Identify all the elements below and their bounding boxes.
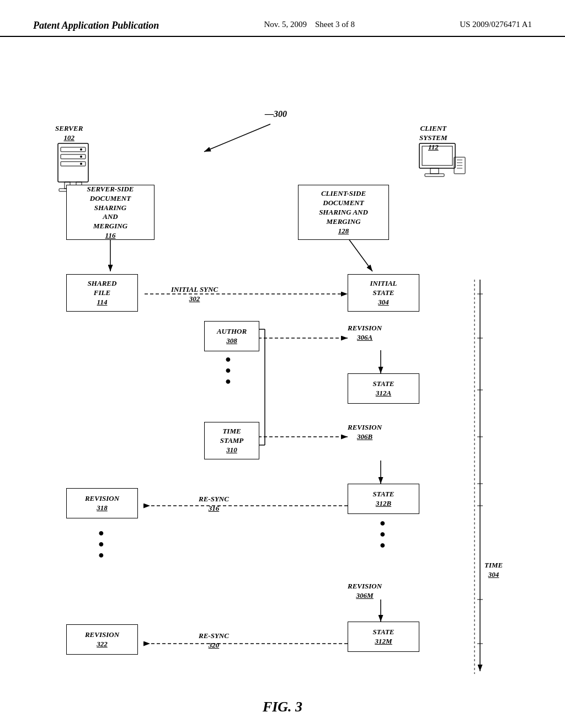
state-312m-box: STATE 312M bbox=[348, 622, 419, 652]
state-312a-box: STATE 312A bbox=[348, 373, 419, 404]
svg-line-3 bbox=[204, 124, 270, 152]
left-dots-1: ●●● bbox=[98, 528, 104, 560]
time-stamp-box: TIMESTAMP 310 bbox=[204, 422, 259, 459]
label-300: —300 bbox=[265, 109, 287, 120]
initial-state-box: INITIALSTATE 304 bbox=[348, 274, 419, 312]
client-icon bbox=[417, 141, 466, 187]
fig-caption: FIG. 3 bbox=[0, 699, 565, 715]
state-312b-box: STATE 312B bbox=[348, 484, 419, 514]
revision-306m-label: REVISION 306M bbox=[348, 582, 382, 600]
svg-rect-41 bbox=[425, 174, 444, 176]
author-dots: ●●● bbox=[225, 354, 231, 387]
server-side-box: SERVER-SIDEDOCUMENTSHARINGANDMERGING 116 bbox=[66, 185, 154, 240]
header-left: Patent Application Publication bbox=[33, 20, 159, 31]
svg-rect-39 bbox=[422, 146, 452, 165]
pub-date: Nov. 5, 2009 bbox=[264, 20, 307, 29]
client-side-box: CLIENT-SIDEDOCUMENTSHARING ANDMERGING 12… bbox=[298, 185, 389, 240]
sheet-info: Sheet 3 of 8 bbox=[315, 20, 355, 29]
svg-point-33 bbox=[80, 156, 82, 158]
revision-306a-label: REVISION 306A bbox=[348, 324, 382, 342]
publication-title: Patent Application Publication bbox=[33, 20, 159, 31]
revision-306b-label: REVISION 306B bbox=[348, 423, 382, 441]
header-right: US 2009/0276471 A1 bbox=[460, 20, 532, 29]
author-box: AUTHOR 308 bbox=[204, 321, 259, 351]
diagram-area: —300 SERVER 102 CLIENT SYSTEM 112 bbox=[0, 42, 565, 693]
time-label-block: TIME 304 bbox=[484, 561, 503, 579]
diagram-svg bbox=[0, 42, 565, 693]
revision-322-box: REVISION 322 bbox=[66, 624, 138, 655]
initial-sync-label: INITIAL SYNC 302 bbox=[171, 285, 218, 303]
re-sync-316-label: RE-SYNC 316 bbox=[199, 495, 229, 513]
svg-rect-38 bbox=[419, 143, 455, 168]
svg-rect-28 bbox=[58, 143, 88, 182]
page-header: Patent Application Publication Nov. 5, 2… bbox=[0, 0, 565, 37]
server-label-block: SERVER 102 bbox=[55, 124, 83, 142]
svg-rect-40 bbox=[430, 168, 439, 174]
patent-number: US 2009/0276471 A1 bbox=[460, 20, 532, 29]
svg-point-34 bbox=[80, 163, 82, 165]
revision-318-box: REVISION 318 bbox=[66, 488, 138, 518]
re-sync-320-label: RE-SYNC 320 bbox=[199, 631, 229, 650]
right-dots-1: ●●● bbox=[380, 518, 386, 550]
shared-file-box: SHAREDFILE 114 bbox=[66, 274, 138, 312]
header-center: Nov. 5, 2009 Sheet 3 of 8 bbox=[264, 20, 355, 29]
svg-point-32 bbox=[80, 148, 82, 151]
